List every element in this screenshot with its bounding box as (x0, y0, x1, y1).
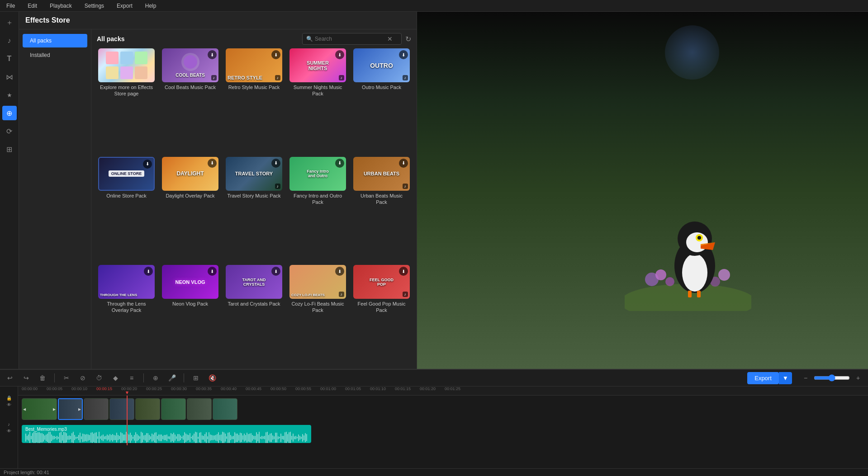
nav-all-packs[interactable]: All packs (23, 34, 87, 47)
pack-feel-good[interactable]: FEEL GOODPOP ⬇ ♪ Feel Good Pop Music Pac… (352, 265, 411, 369)
waveform-bar (69, 435, 70, 440)
pack-through-lens[interactable]: THROUGH THE LENS ⬇ Through the Lens Over… (97, 265, 156, 369)
waveform-bar (169, 436, 170, 439)
video-clip-6[interactable] (161, 398, 186, 420)
ruler-mark-8: 00:00:40 (221, 386, 237, 391)
waveform-bar (305, 433, 306, 442)
through-lens-download-btn[interactable]: ⬇ (144, 267, 153, 276)
history-icon[interactable]: ⟳ (2, 124, 17, 138)
urban-download-btn[interactable]: ⬇ (399, 159, 408, 168)
audio-eye-icon[interactable]: 👁 (7, 429, 11, 434)
effects-icon[interactable]: ★ (2, 88, 17, 102)
transitions-icon[interactable]: ⋈ (2, 70, 17, 84)
video-clip-3[interactable] (84, 398, 109, 420)
menu-playback[interactable]: Playback (47, 2, 75, 10)
audio-icon[interactable]: ♪ (2, 33, 17, 48)
track-lock-icon[interactable]: 🔒 (6, 396, 12, 401)
svg-rect-15 (688, 291, 692, 297)
export-button[interactable]: Export (747, 372, 779, 384)
pack-fancy-intro[interactable]: Fancy Introand Outro ⬇ Fancy Intro and O… (288, 157, 347, 261)
text-icon[interactable]: T (2, 52, 17, 66)
speed-button[interactable]: ⏱ (93, 372, 105, 384)
travel-label: Travel Story Music Pack (227, 193, 280, 199)
pack-daylight[interactable]: DAYLIGHT ⬇ Daylight Overlay Pack (161, 157, 220, 261)
audio-record-button[interactable]: 🎤 (166, 372, 178, 384)
waveform-bar (63, 432, 64, 443)
waveform-bar (247, 433, 247, 443)
playhead[interactable]: ▼ (127, 396, 128, 445)
waveform-bar (77, 437, 78, 438)
pack-urban-beats[interactable]: URBAN BEATS ⬇ ♪ Urban Beats Music Pack (352, 157, 411, 261)
pack-travel-story[interactable]: TRAVEL STORY ⬇ ♪ Travel Story Music Pack (224, 157, 284, 261)
pack-cool-beats[interactable]: COOL BEATS ⬇ ♪ Cool Beats Music Pack (161, 48, 220, 152)
video-clip-4[interactable] (109, 398, 134, 420)
neon-vlog-download-btn[interactable]: ⬇ (208, 267, 217, 276)
mute-button[interactable]: 🔇 (206, 372, 218, 384)
cut-button[interactable]: ✂ (60, 372, 73, 384)
nav-installed[interactable]: Installed (23, 48, 87, 62)
waveform-bar (185, 434, 186, 442)
online-store-download-btn[interactable]: ⬇ (143, 160, 152, 169)
search-input[interactable] (315, 36, 387, 42)
pack-explore[interactable]: Explore more on Effects Store page (97, 48, 156, 152)
waveform-bar (203, 436, 204, 440)
retro-download-btn[interactable]: ⬇ (271, 50, 280, 59)
waveform-bar (92, 432, 93, 443)
marker-button[interactable]: ◆ (109, 372, 122, 384)
add-media-icon[interactable]: ＋ (2, 15, 17, 30)
tarot-download-btn[interactable]: ⬇ (271, 267, 280, 276)
video-clip-8[interactable] (213, 398, 237, 420)
waveform-bar (31, 436, 32, 439)
waveform-bar (176, 436, 177, 439)
split-button[interactable]: ⊘ (76, 372, 89, 384)
export-dropdown-button[interactable]: ▼ (779, 372, 792, 384)
menu-file[interactable]: File (4, 2, 18, 10)
summer-download-btn[interactable]: ⬇ (335, 50, 344, 59)
undo-button[interactable]: ↩ (4, 372, 16, 384)
effects-store-icon[interactable]: ⊕ (2, 106, 17, 120)
waveform-bar (137, 434, 138, 441)
pack-online-store[interactable]: ONLINE STORE ⬇ Online Store Pack (97, 157, 156, 261)
tiles-icon[interactable]: ⊞ (2, 142, 17, 156)
pack-tarot[interactable]: TAROT ANDCRYSTALS ⬇ Tarot and Crystals P… (224, 265, 284, 369)
menu-export[interactable]: Export (114, 2, 135, 10)
menu-settings[interactable]: Settings (82, 2, 107, 10)
add-track-button[interactable]: ⊕ (149, 372, 162, 384)
cool-beats-download-btn[interactable]: ⬇ (208, 50, 217, 59)
daylight-download-btn[interactable]: ⬇ (208, 159, 217, 168)
zoom-in-button[interactable]: + (852, 372, 864, 384)
pack-neon-vlog[interactable]: NEON VLOG ⬇ Neon Vlog Pack (161, 265, 220, 369)
video-clip-5[interactable] (135, 398, 160, 420)
pack-cozy-lofi[interactable]: COZY LO-FI BEATS ⬇ ♪ Cozy Lo-Fi Beats Mu… (288, 265, 347, 369)
search-area: 🔍 ✕ ↻ (302, 33, 411, 45)
outro-download-btn[interactable]: ⬇ (399, 50, 408, 59)
delete-button[interactable]: 🗑 (36, 372, 49, 384)
cool-beats-label: Cool Beats Music Pack (165, 84, 216, 90)
waveform-bar (54, 436, 55, 439)
video-clip-2[interactable]: ▶ (58, 398, 83, 420)
menu-edit[interactable]: Edit (25, 2, 40, 10)
audio-clip[interactable]: Best_Memories.mp3 (22, 425, 311, 443)
refresh-button[interactable]: ↻ (405, 35, 411, 43)
track-eye-icon[interactable]: 👁 (7, 402, 11, 407)
travel-download-btn[interactable]: ⬇ (271, 159, 280, 168)
waveform-bar (291, 436, 292, 440)
pack-summer-nights[interactable]: SUMMERNIGHTS ⬇ ♪ Summer Nights Music Pac… (288, 48, 347, 152)
pack-outro[interactable]: OUTRO ⬇ ♪ Outro Music Pack (352, 48, 411, 152)
snap-button[interactable]: ⊞ (190, 372, 202, 384)
feel-good-download-btn[interactable]: ⬇ (399, 267, 408, 276)
audio-track-icon[interactable]: ♪ (8, 422, 10, 427)
waveform-bar (283, 436, 284, 440)
menu-help[interactable]: Help (142, 2, 159, 10)
redo-button[interactable]: ↪ (20, 372, 33, 384)
zoom-slider[interactable] (814, 374, 850, 382)
zoom-out-button[interactable]: − (799, 372, 812, 384)
video-clip-7[interactable] (187, 398, 212, 420)
search-clear-button[interactable]: ✕ (387, 35, 393, 42)
cozy-lofi-download-btn[interactable]: ⬇ (335, 267, 344, 276)
timeline-toolbar: ↩ ↪ 🗑 ✂ ⊘ ⏱ ◆ ≡ ⊕ 🎤 ⊞ 🔇 Export ▼ − (0, 370, 868, 386)
align-button[interactable]: ≡ (125, 372, 138, 384)
fancy-download-btn[interactable]: ⬇ (335, 159, 344, 168)
video-clip-1[interactable]: ◀ ▶ (22, 398, 57, 420)
pack-retro-style[interactable]: RETRO STYLE ⬇ ♪ Retro Style Music Pack (224, 48, 284, 152)
